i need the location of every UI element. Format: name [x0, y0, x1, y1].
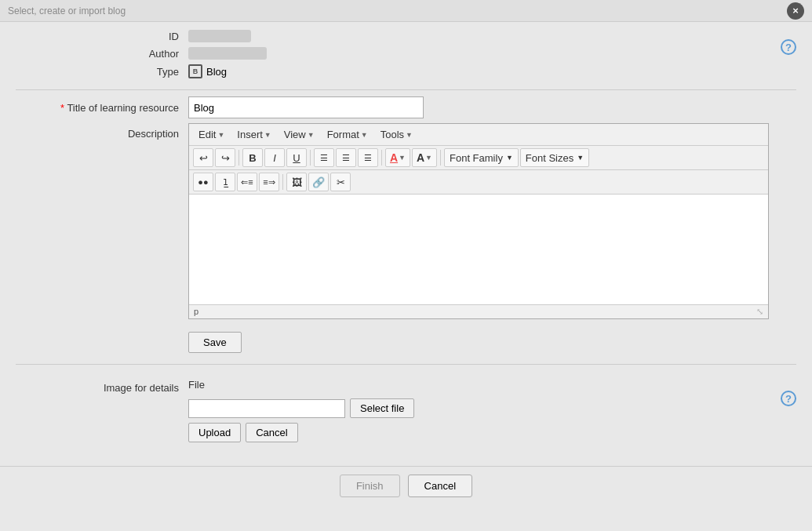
description-editor: Edit ▼ Insert ▼ View ▼ Format ▼ [188, 123, 769, 319]
close-button[interactable]: × [787, 2, 804, 20]
editor-toolbar-2: ●● 1̲ ⇐≡ ≡⇒ 🖼 🔗 ✂ [189, 170, 768, 195]
editor-body[interactable] [189, 195, 768, 304]
link-button[interactable]: 🔗 [308, 173, 329, 191]
toolbar-sep-4 [440, 150, 441, 165]
bottom-actions: Finish Cancel [0, 466, 812, 497]
title-input[interactable] [188, 96, 424, 118]
align-center-button[interactable]: ☰ [336, 148, 356, 167]
upload-button[interactable]: Upload [188, 423, 241, 442]
type-row: Type B Blog [16, 64, 796, 78]
title-row: Title of learning resource [16, 96, 796, 118]
blog-type-icon: B [188, 64, 202, 78]
type-value: Blog [206, 66, 227, 78]
dialog-title: Select, create or import blog [8, 5, 126, 16]
id-label: ID [16, 31, 188, 42]
redo-button[interactable]: ↪ [215, 148, 235, 167]
resize-icon: ⤡ [756, 307, 763, 317]
file-row: Select file [188, 398, 414, 418]
image-label: Image for details [16, 379, 188, 394]
save-row: Save [16, 324, 796, 353]
id-row: ID [16, 30, 796, 42]
main-content: ID Author Type B Blog Title of learning … [0, 22, 812, 450]
description-label: Description [16, 123, 188, 140]
help-icon-image[interactable]: ? [781, 391, 796, 410]
cancel-upload-button[interactable]: Cancel [246, 423, 297, 442]
id-value [188, 30, 251, 42]
file-label: File [188, 379, 414, 391]
italic-button[interactable]: I [264, 148, 285, 167]
title-label: Title of learning resource [16, 102, 188, 114]
menu-insert[interactable]: Insert ▼ [232, 127, 275, 142]
image-button[interactable]: 🖼 [286, 173, 307, 191]
unlink-button[interactable]: ✂ [330, 173, 351, 191]
description-row: Description Edit ▼ Insert ▼ View ▼ [16, 123, 796, 319]
image-section: Image for details File Select file Uploa… [16, 379, 796, 442]
separator1 [16, 89, 796, 90]
undo-button[interactable]: ↩ [193, 148, 213, 167]
separator2 [16, 364, 796, 365]
menu-edit[interactable]: Edit ▼ [194, 127, 229, 142]
toolbar-sep-5 [282, 174, 283, 190]
align-right-button[interactable]: ☰ [358, 148, 378, 167]
menu-format[interactable]: Format ▼ [322, 127, 373, 142]
image-controls: File Select file Upload Cancel [188, 379, 414, 442]
editor-menubar: Edit ▼ Insert ▼ View ▼ Format ▼ [189, 124, 768, 146]
upload-cancel-row: Upload Cancel [188, 423, 414, 442]
page-container: Select, create or import blog × ? ? ID A… [0, 0, 812, 531]
bold-button[interactable]: B [242, 148, 263, 167]
unordered-list-button[interactable]: ●● [193, 173, 213, 191]
cancel-bottom-button[interactable]: Cancel [408, 475, 472, 497]
toolbar-sep-3 [381, 150, 382, 165]
file-input[interactable] [188, 399, 345, 418]
svg-text:?: ? [785, 393, 792, 405]
font-family-dropdown[interactable]: Font Family ▼ [444, 148, 519, 167]
editor-path: p [194, 307, 198, 317]
font-color-button[interactable]: A ▼ [385, 148, 410, 167]
editor-status: p ⤡ [189, 304, 768, 318]
type-label: Type [16, 66, 188, 78]
top-bar: Select, create or import blog × [0, 0, 812, 22]
finish-button[interactable]: Finish [340, 475, 400, 497]
font-sizes-dropdown[interactable]: Font Sizes ▼ [520, 148, 589, 167]
author-value [188, 47, 267, 60]
highlight-button[interactable]: A ▼ [412, 148, 437, 167]
underline-button[interactable]: U [286, 148, 307, 167]
outdent-button[interactable]: ⇐≡ [237, 173, 257, 191]
menu-tools[interactable]: Tools ▼ [376, 127, 417, 142]
help-icon-top[interactable]: ? [781, 39, 796, 59]
svg-text:?: ? [785, 42, 792, 53]
type-value-row: B Blog [188, 64, 227, 78]
toolbar-sep-1 [239, 150, 239, 165]
author-label: Author [16, 48, 188, 60]
menu-view[interactable]: View ▼ [279, 127, 319, 142]
editor-toolbar-1: ↩ ↪ B I U ☰ ☰ ☰ A ▼ A [189, 146, 768, 170]
author-row: Author [16, 47, 796, 60]
ordered-list-button[interactable]: 1̲ [215, 173, 235, 191]
select-file-button[interactable]: Select file [350, 398, 414, 418]
align-left-button[interactable]: ☰ [314, 148, 334, 167]
indent-button[interactable]: ≡⇒ [259, 173, 279, 191]
save-button[interactable]: Save [188, 332, 242, 353]
toolbar-sep-2 [310, 150, 311, 165]
